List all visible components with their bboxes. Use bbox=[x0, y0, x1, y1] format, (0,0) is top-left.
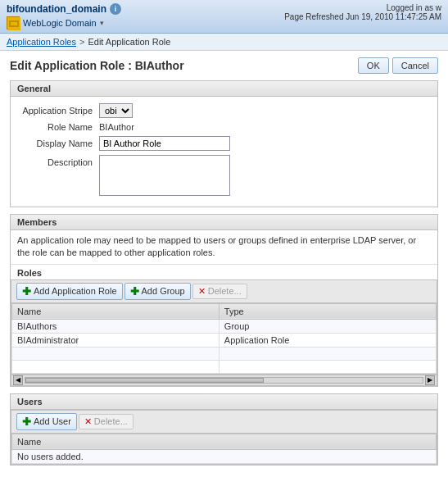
roles-scrollbar[interactable]: ◀ ▶ bbox=[11, 375, 437, 386]
scroll-thumb[interactable] bbox=[25, 378, 264, 383]
add-application-role-label: Add Application Role bbox=[34, 286, 117, 296]
users-delete-button: ✕ Delete... bbox=[79, 414, 133, 429]
general-section: General Application Stripe obi Role Name… bbox=[10, 80, 438, 207]
role-name-value: BIAuthor bbox=[99, 122, 134, 132]
add-group-button[interactable]: ✚ Add Group bbox=[124, 283, 191, 300]
description-label: Description bbox=[17, 155, 99, 167]
domain-name: bifoundation_domain bbox=[7, 3, 106, 15]
description-row: Description bbox=[17, 155, 431, 196]
display-name-label: Display Name bbox=[17, 139, 99, 148]
no-users-message: No users added. bbox=[12, 449, 437, 463]
scroll-left-arrow[interactable]: ◀ bbox=[13, 375, 23, 385]
action-buttons: OK Cancel bbox=[358, 57, 438, 74]
empty-table-row bbox=[12, 360, 437, 373]
page-content: Edit Application Role : BIAuthor OK Canc… bbox=[0, 51, 448, 477]
roles-col-name: Name bbox=[12, 303, 219, 319]
plus-icon-add-user: ✚ bbox=[22, 416, 31, 428]
users-section-header: Users bbox=[11, 394, 437, 410]
x-icon-users-delete: ✕ bbox=[84, 416, 92, 427]
roles-subtitle: Roles bbox=[11, 265, 437, 279]
roles-delete-label: Delete... bbox=[208, 286, 242, 296]
role-name-label: Role Name bbox=[17, 122, 99, 132]
members-section-header: Members bbox=[11, 215, 437, 230]
users-delete-label: Delete... bbox=[94, 416, 128, 426]
weblogic-label[interactable]: WebLogic Domain bbox=[23, 18, 97, 28]
page-refreshed: Page Refreshed Jun 19, 2010 11:47:25 AM bbox=[284, 12, 441, 21]
role-type-cell: Group bbox=[219, 319, 436, 333]
cancel-button[interactable]: Cancel bbox=[392, 57, 438, 74]
ok-button[interactable]: OK bbox=[358, 57, 389, 74]
top-right-info: Logged in as w Page Refreshed Jun 19, 20… bbox=[284, 3, 441, 21]
page-title-row: Edit Application Role : BIAuthor OK Canc… bbox=[10, 57, 438, 74]
role-name-row: Role Name BIAuthor bbox=[17, 122, 431, 132]
scroll-track[interactable] bbox=[25, 377, 423, 384]
roles-table-container: Name Type BIAuthors Group BIAdministrato… bbox=[11, 302, 437, 375]
weblogic-dropdown-arrow[interactable]: ▾ bbox=[100, 19, 104, 27]
roles-toolbar: ✚ Add Application Role ✚ Add Group ✕ Del… bbox=[11, 279, 437, 302]
plus-icon-add-group: ✚ bbox=[130, 285, 139, 298]
table-row[interactable]: BIAdministrator Application Role bbox=[12, 333, 437, 347]
breadcrumb: Application Roles > Edit Application Rol… bbox=[0, 34, 448, 51]
users-section: Users ✚ Add User ✕ Delete... Name bbox=[10, 393, 438, 466]
page-title: Edit Application Role : BIAuthor bbox=[10, 59, 184, 72]
general-section-body: Application Stripe obi Role Name BIAutho… bbox=[11, 97, 437, 207]
role-name-cell: BIAuthors bbox=[12, 319, 219, 333]
scroll-right-arrow[interactable]: ▶ bbox=[425, 375, 435, 385]
add-user-label: Add User bbox=[34, 416, 71, 426]
plus-icon-add-role: ✚ bbox=[22, 285, 31, 298]
logged-in-label: Logged in as w bbox=[284, 3, 441, 12]
users-table-container: Name No users added. bbox=[11, 433, 437, 465]
empty-table-row bbox=[12, 347, 437, 360]
members-section: Members An application role may need to … bbox=[10, 214, 438, 387]
table-row[interactable]: BIAuthors Group bbox=[12, 319, 437, 333]
add-user-button[interactable]: ✚ Add User bbox=[16, 413, 77, 430]
users-table: Name No users added. bbox=[11, 434, 437, 464]
weblogic-domain-icon bbox=[7, 16, 20, 30]
roles-col-type: Type bbox=[219, 303, 436, 319]
breadcrumb-link[interactable]: Application Roles bbox=[7, 37, 76, 47]
application-stripe-row: Application Stripe obi bbox=[17, 103, 431, 118]
svg-rect-2 bbox=[11, 22, 17, 25]
breadcrumb-separator: > bbox=[79, 37, 84, 47]
description-input[interactable] bbox=[99, 155, 230, 196]
breadcrumb-current: Edit Application Role bbox=[88, 37, 170, 47]
role-name-cell: BIAdministrator bbox=[12, 333, 219, 347]
empty-table-row: No users added. bbox=[12, 449, 437, 463]
domain-title: bifoundation_domain i bbox=[7, 3, 121, 15]
application-stripe-label: Application Stripe bbox=[17, 106, 99, 116]
display-name-row: Display Name bbox=[17, 136, 431, 151]
info-icon[interactable]: i bbox=[110, 3, 121, 15]
members-note: An application role may need to be mappe… bbox=[11, 230, 437, 265]
roles-table: Name Type BIAuthors Group BIAdministrato… bbox=[11, 303, 437, 374]
add-application-role-button[interactable]: ✚ Add Application Role bbox=[16, 283, 123, 300]
add-group-label: Add Group bbox=[142, 286, 185, 296]
users-col-name: Name bbox=[12, 434, 437, 449]
role-type-cell: Application Role bbox=[219, 333, 436, 347]
top-header: bifoundation_domain i WebLogic Domain ▾ … bbox=[0, 0, 448, 34]
general-section-header: General bbox=[11, 81, 437, 97]
weblogic-bar: WebLogic Domain ▾ bbox=[7, 16, 121, 30]
x-icon-roles-delete: ✕ bbox=[198, 286, 206, 297]
roles-delete-button: ✕ Delete... bbox=[192, 284, 247, 299]
users-toolbar: ✚ Add User ✕ Delete... bbox=[11, 410, 437, 433]
display-name-input[interactable] bbox=[99, 136, 230, 151]
application-stripe-select[interactable]: obi bbox=[99, 103, 133, 118]
